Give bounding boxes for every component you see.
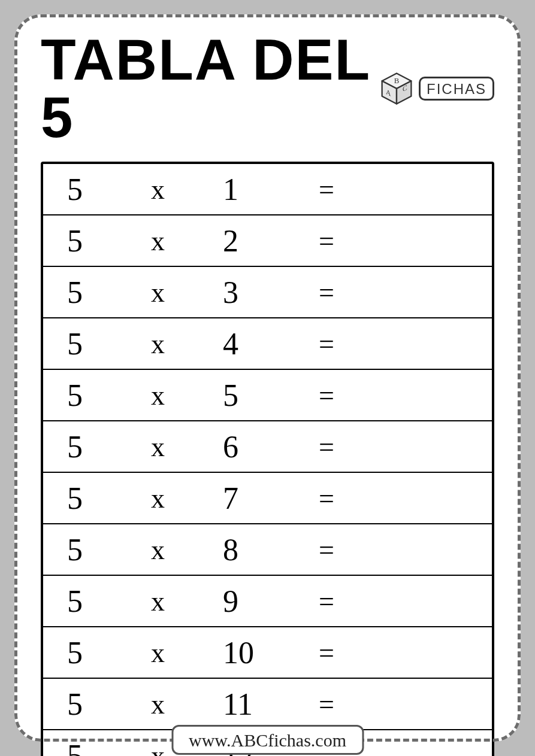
equals-cell: = [319, 585, 391, 617]
table-row: 5x10= [43, 626, 492, 678]
multiplier-cell: 8 [223, 532, 319, 567]
multiplier-cell: 7 [223, 481, 319, 516]
operator-cell: x [151, 688, 223, 720]
page-title: TABLA DEL 5 [41, 31, 379, 146]
multiplicand-cell: 5 [67, 378, 151, 413]
multiplier-cell: 3 [223, 275, 319, 310]
multiplicand-cell: 5 [67, 738, 151, 757]
brand-logo-label: FICHAS [419, 77, 494, 101]
equals-cell: = [319, 534, 391, 566]
multiplicand-cell: 5 [67, 429, 151, 464]
result-cell [391, 225, 477, 256]
operator-cell: x [151, 174, 223, 205]
multiplier-cell: 9 [223, 584, 319, 619]
operator-cell: x [151, 534, 223, 566]
source-url: www.ABCfichas.com [171, 725, 364, 755]
equals-cell: = [319, 328, 391, 360]
multiplier-cell: 11 [223, 687, 319, 722]
result-cell [391, 585, 477, 617]
table-row: 5x4= [43, 317, 492, 369]
worksheet-card: TABLA DEL 5 B A C FICHAS 5x1=5x2=5x3=5x4… [14, 14, 521, 742]
table-row: 5x2= [43, 214, 492, 266]
multiplier-cell: 1 [223, 172, 319, 207]
multiplier-cell: 10 [223, 635, 319, 670]
operator-cell: x [151, 328, 223, 360]
result-cell [391, 431, 477, 462]
multiplication-table: 5x1=5x2=5x3=5x4=5x5=5x6=5x7=5x8=5x9=5x10… [41, 162, 494, 756]
table-row: 5x6= [43, 420, 492, 472]
multiplicand-cell: 5 [67, 275, 151, 310]
footer: www.ABCfichas.com [171, 725, 364, 755]
operator-cell: x [151, 637, 223, 669]
result-cell [391, 482, 477, 514]
result-cell [391, 740, 477, 756]
equals-cell: = [319, 688, 391, 720]
equals-cell: = [319, 174, 391, 205]
dice-cube-icon: B A C [379, 71, 414, 106]
multiplier-cell: 5 [223, 378, 319, 413]
result-cell [391, 688, 477, 719]
multiplicand-cell: 5 [67, 481, 151, 516]
operator-cell: x [151, 225, 223, 257]
result-cell [391, 379, 477, 411]
equals-cell: = [319, 225, 391, 257]
result-cell [391, 637, 477, 668]
brand-logo: B A C FICHAS [379, 71, 494, 106]
operator-cell: x [151, 379, 223, 411]
multiplicand-cell: 5 [67, 172, 151, 207]
operator-cell: x [151, 482, 223, 514]
multiplier-cell: 6 [223, 429, 319, 464]
equals-cell: = [319, 277, 391, 308]
result-cell [391, 277, 477, 308]
equals-cell: = [319, 379, 391, 411]
operator-cell: x [151, 277, 223, 308]
multiplier-cell: 4 [223, 326, 319, 362]
equals-cell: = [319, 637, 391, 669]
operator-cell: x [151, 431, 223, 463]
table-row: 5x9= [43, 575, 492, 626]
table-row: 5x1= [43, 164, 492, 214]
multiplicand-cell: 5 [67, 635, 151, 670]
cube-letter-top: B [394, 77, 400, 85]
equals-cell: = [319, 482, 391, 514]
equals-cell: = [319, 431, 391, 463]
multiplicand-cell: 5 [67, 326, 151, 362]
table-row: 5x8= [43, 523, 492, 575]
multiplicand-cell: 5 [67, 223, 151, 259]
header: TABLA DEL 5 B A C FICHAS [14, 14, 521, 156]
table-row: 5x3= [43, 266, 492, 317]
result-cell [391, 328, 477, 359]
multiplicand-cell: 5 [67, 687, 151, 722]
table-row: 5x7= [43, 472, 492, 523]
multiplicand-cell: 5 [67, 584, 151, 619]
result-cell [391, 534, 477, 565]
operator-cell: x [151, 585, 223, 617]
multiplier-cell: 2 [223, 223, 319, 259]
table-row: 5x5= [43, 369, 492, 420]
multiplicand-cell: 5 [67, 532, 151, 567]
result-cell [391, 174, 477, 205]
table-row: 5x11= [43, 678, 492, 729]
